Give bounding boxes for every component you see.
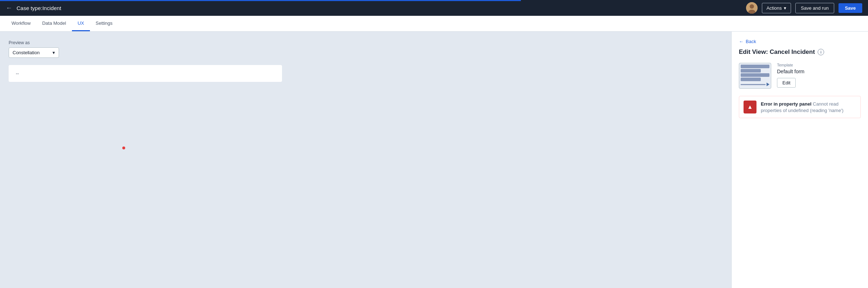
thumb-arrow-icon xyxy=(767,83,769,86)
form-preview-box: -- xyxy=(9,65,282,82)
panel-title-text: Edit View: Cancel Incident xyxy=(739,48,815,56)
right-panel: ← Back Edit View: Cancel Incident i xyxy=(731,32,868,288)
tab-settings[interactable]: Settings xyxy=(90,16,118,31)
template-section: Template Default form Edit xyxy=(739,63,861,89)
tab-data-model[interactable]: Data Model xyxy=(36,16,72,31)
template-thumbnail xyxy=(739,63,771,89)
canvas-area: Preview as Constellation ▾ -- xyxy=(0,32,731,288)
error-title: Error in property panel xyxy=(761,101,812,107)
tab-workflow[interactable]: Workflow xyxy=(6,16,36,31)
error-text: Error in property panel Cannot read prop… xyxy=(761,101,856,113)
panel-back-label: Back xyxy=(746,39,756,44)
main-layout: Preview as Constellation ▾ -- ← Back Edi… xyxy=(0,32,868,288)
back-arrow-icon: ← xyxy=(6,4,12,12)
preview-dropdown-value: Constellation xyxy=(13,50,40,55)
save-label: Save xyxy=(845,5,856,11)
error-icon: ▲ xyxy=(744,101,756,113)
thumb-line xyxy=(741,84,765,85)
thumb-row-2 xyxy=(741,69,761,73)
save-and-run-button[interactable]: Save and run xyxy=(795,3,834,13)
header-back-button[interactable]: ← xyxy=(6,4,12,12)
edit-template-button[interactable]: Edit xyxy=(777,78,796,88)
preview-dropdown-arrow-icon: ▾ xyxy=(53,50,55,55)
actions-button[interactable]: Actions ▾ xyxy=(762,3,791,13)
panel-back-arrow-icon: ← xyxy=(739,39,744,44)
edit-template-label: Edit xyxy=(782,80,790,85)
form-preview-content: -- xyxy=(16,71,19,76)
preview-dropdown[interactable]: Constellation ▾ xyxy=(9,47,59,58)
avatar xyxy=(746,2,758,14)
preview-as-label: Preview as xyxy=(9,40,723,45)
save-button[interactable]: Save xyxy=(839,3,862,13)
tab-bar: Workflow Data Model UX Settings xyxy=(0,16,868,32)
progress-bar xyxy=(0,0,521,1)
thumb-row-1 xyxy=(741,65,769,68)
panel-title: Edit View: Cancel Incident i xyxy=(739,48,861,56)
header-title: Case type:Incident xyxy=(17,5,742,11)
tab-ux[interactable]: UX xyxy=(72,16,90,31)
info-icon[interactable]: i xyxy=(818,49,824,55)
thumb-arrow-row xyxy=(741,83,769,86)
red-dot-indicator xyxy=(122,147,125,149)
header-bar: ← Case type:Incident Actions ▾ Save and … xyxy=(0,0,868,16)
thumb-row-4 xyxy=(741,78,761,81)
template-name: Default form xyxy=(777,69,861,74)
thumb-row-3 xyxy=(741,73,769,77)
template-info: Template Default form Edit xyxy=(777,63,861,88)
error-panel: ▲ Error in property panel Cannot read pr… xyxy=(739,96,861,118)
svg-point-1 xyxy=(750,4,754,9)
template-label: Template xyxy=(777,63,861,67)
panel-back-button[interactable]: ← Back xyxy=(739,39,861,44)
actions-chevron-icon: ▾ xyxy=(784,5,786,11)
actions-label: Actions xyxy=(767,5,782,11)
save-run-label: Save and run xyxy=(801,5,828,11)
